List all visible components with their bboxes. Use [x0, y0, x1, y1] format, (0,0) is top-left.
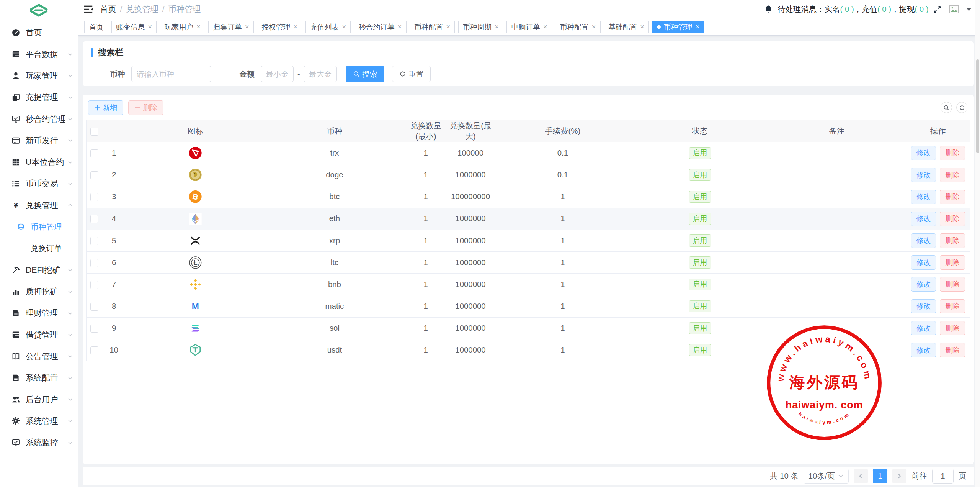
sidebar-item-后台用户[interactable]: 后台用户	[0, 389, 78, 410]
delete-button[interactable]: 删除	[128, 100, 163, 115]
sidebar-item-系统配置[interactable]: 系统配置	[0, 367, 78, 389]
delete-row-button[interactable]: 删除	[940, 212, 965, 226]
sidebar-item-借贷管理[interactable]: 借贷管理	[0, 324, 78, 346]
close-icon[interactable]: ×	[592, 24, 596, 31]
close-icon[interactable]: ×	[696, 24, 699, 31]
close-icon[interactable]: ×	[294, 24, 297, 31]
sidebar-item-DEFI挖矿[interactable]: DEFI挖矿	[0, 259, 78, 281]
row-checkbox[interactable]	[90, 193, 98, 201]
edit-button[interactable]: 修改	[911, 299, 936, 314]
row-checkbox[interactable]	[90, 325, 98, 333]
close-icon[interactable]: ×	[543, 24, 547, 31]
goto-page-input[interactable]	[932, 469, 954, 484]
tab-归集订单[interactable]: 归集订单×	[208, 21, 254, 33]
delete-row-button[interactable]: 删除	[940, 343, 965, 357]
row-checkbox[interactable]	[90, 346, 98, 354]
prev-page-button[interactable]	[854, 469, 868, 484]
header-select[interactable]	[87, 120, 102, 142]
min-amount-input[interactable]	[261, 66, 294, 82]
sidebar-subitem-币种管理[interactable]: 币种管理	[0, 216, 78, 238]
delete-row-button[interactable]: 删除	[940, 299, 965, 314]
page-size-select[interactable]: 10条/页	[804, 469, 849, 484]
delete-row-button[interactable]: 删除	[940, 255, 965, 270]
tab-首页[interactable]: 首页	[84, 21, 108, 33]
edit-button[interactable]: 修改	[911, 146, 936, 161]
delete-row-button[interactable]: 删除	[940, 233, 965, 248]
row-checkbox[interactable]	[90, 303, 98, 311]
sidebar-item-系统监控[interactable]: 系统监控	[0, 432, 78, 453]
sidebar-item-玩家管理[interactable]: 玩家管理	[0, 65, 78, 87]
chevron-down-icon[interactable]	[967, 8, 971, 13]
tab-基础配置[interactable]: 基础配置×	[604, 21, 649, 33]
delete-row-button[interactable]: 删除	[940, 277, 965, 292]
edit-button[interactable]: 修改	[911, 168, 936, 182]
tab-秒合约订单[interactable]: 秒合约订单×	[354, 21, 406, 33]
fullscreen-icon[interactable]	[933, 5, 942, 14]
tab-充值列表[interactable]: 充值列表×	[305, 21, 351, 33]
sidebar-item-公告管理[interactable]: 公告管理	[0, 346, 78, 367]
refresh-icon[interactable]	[956, 102, 967, 113]
sidebar-item-币币交易[interactable]: 币币交易	[0, 173, 78, 194]
close-icon[interactable]: ×	[148, 24, 152, 31]
sidebar-item-充提管理[interactable]: 充提管理	[0, 87, 78, 108]
tab-玩家用户[interactable]: 玩家用户×	[160, 21, 206, 33]
sidebar-item-新币发行[interactable]: 新币发行	[0, 130, 78, 151]
sidebar-subitem-兑换订单[interactable]: 兑换订单	[0, 238, 78, 259]
close-icon[interactable]: ×	[495, 24, 498, 31]
delete-row-button[interactable]: 删除	[940, 168, 965, 182]
edit-button[interactable]: 修改	[911, 321, 936, 336]
max-amount-input[interactable]	[304, 66, 337, 82]
row-checkbox[interactable]	[90, 215, 98, 223]
edit-button[interactable]: 修改	[911, 212, 936, 226]
scrollbar-thumb[interactable]	[976, 59, 979, 153]
select-all-checkbox[interactable]	[90, 128, 98, 136]
row-checkbox[interactable]	[90, 149, 98, 157]
tab-授权管理[interactable]: 授权管理×	[257, 21, 302, 33]
add-button[interactable]: 新增	[88, 100, 123, 115]
close-icon[interactable]: ×	[398, 24, 402, 31]
tab-币种配置[interactable]: 币种配置×	[555, 21, 601, 33]
search-button[interactable]: 搜索	[346, 66, 385, 82]
row-checkbox[interactable]	[90, 171, 98, 179]
bell-icon[interactable]	[764, 5, 773, 14]
pending-messages[interactable]: 待处理消息：实名( 0 )，充值( 0 )，提现( 0 )	[777, 4, 928, 15]
edit-button[interactable]: 修改	[911, 255, 936, 270]
row-checkbox[interactable]	[90, 259, 98, 267]
reset-button[interactable]: 重置	[392, 66, 431, 82]
tab-币种周期[interactable]: 币种周期×	[458, 21, 504, 33]
tab-申购订单[interactable]: 申购订单×	[506, 21, 552, 33]
edit-button[interactable]: 修改	[911, 190, 936, 204]
close-icon[interactable]: ×	[342, 24, 346, 31]
sidebar-collapse-icon[interactable]	[84, 5, 93, 14]
edit-button[interactable]: 修改	[911, 233, 936, 248]
close-icon[interactable]: ×	[446, 24, 450, 31]
sidebar-item-秒合约管理[interactable]: 秒合约管理	[0, 108, 78, 130]
sidebar-item-系统管理[interactable]: 系统管理	[0, 410, 78, 432]
close-icon[interactable]: ×	[196, 24, 200, 31]
edit-button[interactable]: 修改	[911, 343, 936, 357]
row-checkbox[interactable]	[90, 237, 98, 245]
search-icon[interactable]	[941, 102, 952, 113]
close-icon[interactable]: ×	[640, 24, 644, 31]
tab-账变信息[interactable]: 账变信息×	[111, 21, 157, 33]
delete-row-button[interactable]: 删除	[940, 146, 965, 161]
sidebar-item-兑换管理[interactable]: ¥兑换管理	[0, 195, 78, 216]
delete-row-button[interactable]: 删除	[940, 190, 965, 204]
sidebar-item-首页[interactable]: 首页	[0, 22, 78, 43]
sidebar-item-质押挖矿[interactable]: 质押挖矿	[0, 281, 78, 302]
tab-币种配置[interactable]: 币种配置×	[410, 21, 455, 33]
sidebar-item-平台数据[interactable]: 平台数据	[0, 43, 78, 65]
coin-input[interactable]	[131, 66, 211, 82]
next-page-button[interactable]	[892, 469, 907, 484]
page-1-button[interactable]: 1	[873, 469, 887, 484]
scrollbar-track[interactable]	[975, 0, 980, 487]
sidebar-item-理财管理[interactable]: 理财管理	[0, 302, 78, 324]
row-checkbox[interactable]	[90, 281, 98, 289]
tab-币种管理[interactable]: 币种管理×	[652, 21, 704, 33]
avatar[interactable]	[946, 3, 962, 16]
edit-button[interactable]: 修改	[911, 277, 936, 292]
delete-row-button[interactable]: 删除	[940, 321, 965, 336]
sidebar-item-U本位合约[interactable]: U本位合约	[0, 151, 78, 173]
breadcrumb-home[interactable]: 首页	[100, 4, 116, 15]
close-icon[interactable]: ×	[245, 24, 249, 31]
